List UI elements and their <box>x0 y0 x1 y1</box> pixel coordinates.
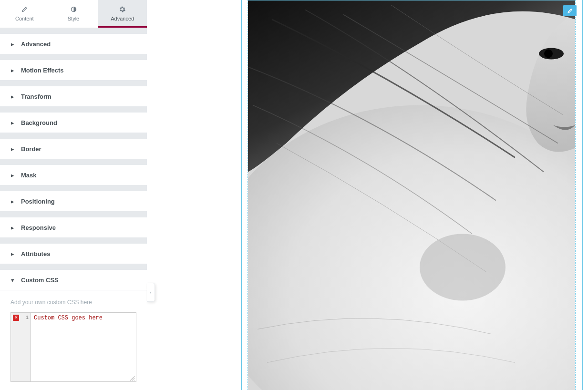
edit-widget-button[interactable] <box>563 5 577 16</box>
caret-right-icon: ▸ <box>10 198 15 205</box>
tab-advanced[interactable]: Advanced <box>98 0 147 28</box>
panels-container: ▸ Advanced ▸ Motion Effects ▸ Transform … <box>0 28 147 390</box>
panel-motion-effects[interactable]: ▸ Motion Effects <box>0 60 147 80</box>
panel-gap <box>0 133 147 139</box>
panel-advanced[interactable]: ▸ Advanced <box>0 34 147 54</box>
panel-gap <box>0 237 147 244</box>
svg-point-2 <box>248 105 575 390</box>
tab-content[interactable]: Content <box>0 0 49 28</box>
tab-style-label: Style <box>68 16 79 21</box>
panel-background-title: Background <box>21 119 57 126</box>
pencil-icon <box>567 8 573 14</box>
custom-css-editor[interactable]: ✕ 1 Custom CSS goes here <box>10 312 136 382</box>
panel-motion-effects-title: Motion Effects <box>21 67 64 74</box>
chevron-left-icon: ‹ <box>150 290 151 295</box>
panel-gap <box>0 264 147 270</box>
panel-attributes-title: Attributes <box>21 250 50 257</box>
sidebar-collapse-button[interactable]: ‹ <box>147 283 155 302</box>
caret-right-icon: ▸ <box>10 224 15 231</box>
panel-responsive[interactable]: ▸ Responsive <box>0 217 147 237</box>
error-icon: ✕ <box>13 315 19 321</box>
panel-attributes[interactable]: ▸ Attributes <box>0 244 147 264</box>
panel-mask-title: Mask <box>21 172 37 179</box>
panel-positioning-title: Positioning <box>21 198 55 205</box>
caret-right-icon: ▸ <box>10 119 15 126</box>
panel-transform[interactable]: ▸ Transform <box>0 86 147 106</box>
code-gutter: ✕ 1 <box>11 313 31 381</box>
panel-transform-title: Transform <box>21 93 52 100</box>
tab-advanced-label: Advanced <box>111 16 134 21</box>
caret-right-icon: ▸ <box>10 67 15 74</box>
panel-gap <box>0 54 147 60</box>
panel-advanced-title: Advanced <box>21 41 51 48</box>
code-content[interactable]: Custom CSS goes here <box>31 313 136 381</box>
gear-icon <box>119 5 126 14</box>
panel-responsive-title: Responsive <box>21 224 56 231</box>
svg-point-5 <box>420 234 505 301</box>
caret-right-icon: ▸ <box>10 250 15 257</box>
panel-gap <box>0 80 147 86</box>
image-widget[interactable] <box>248 0 576 390</box>
panel-border[interactable]: ▸ Border <box>0 139 147 159</box>
panel-custom-css-body: Add your own custom CSS here ✕ 1 Custom … <box>0 290 147 390</box>
panel-gap <box>0 28 147 34</box>
line-number: 1 <box>25 315 29 320</box>
svg-point-4 <box>544 50 553 58</box>
panel-border-title: Border <box>21 145 41 153</box>
panel-mask[interactable]: ▸ Mask <box>0 165 147 185</box>
panel-gap <box>0 159 147 165</box>
tab-content-label: Content <box>15 16 34 21</box>
panel-background[interactable]: ▸ Background <box>0 113 147 133</box>
caret-right-icon: ▸ <box>10 145 15 153</box>
panel-gap <box>0 106 147 113</box>
preview-canvas <box>241 0 583 390</box>
custom-css-help: Add your own custom CSS here <box>10 299 136 306</box>
caret-down-icon: ▾ <box>10 277 15 284</box>
tabs-bar: Content Style Advanced <box>0 0 147 28</box>
panel-gap <box>0 185 147 191</box>
pencil-icon <box>21 5 28 14</box>
panel-gap <box>0 211 147 217</box>
caret-right-icon: ▸ <box>10 172 15 179</box>
panel-custom-css[interactable]: ▾ Custom CSS <box>0 270 147 290</box>
contrast-icon <box>70 5 77 14</box>
tab-style[interactable]: Style <box>49 0 98 28</box>
caret-right-icon: ▸ <box>10 93 15 100</box>
panel-custom-css-title: Custom CSS <box>21 277 59 284</box>
placeholder-image <box>248 0 575 390</box>
panel-positioning[interactable]: ▸ Positioning <box>0 191 147 211</box>
caret-right-icon: ▸ <box>10 41 15 48</box>
editor-sidebar: Content Style Advanced ▸ Advanced ▸ Moti… <box>0 0 147 390</box>
